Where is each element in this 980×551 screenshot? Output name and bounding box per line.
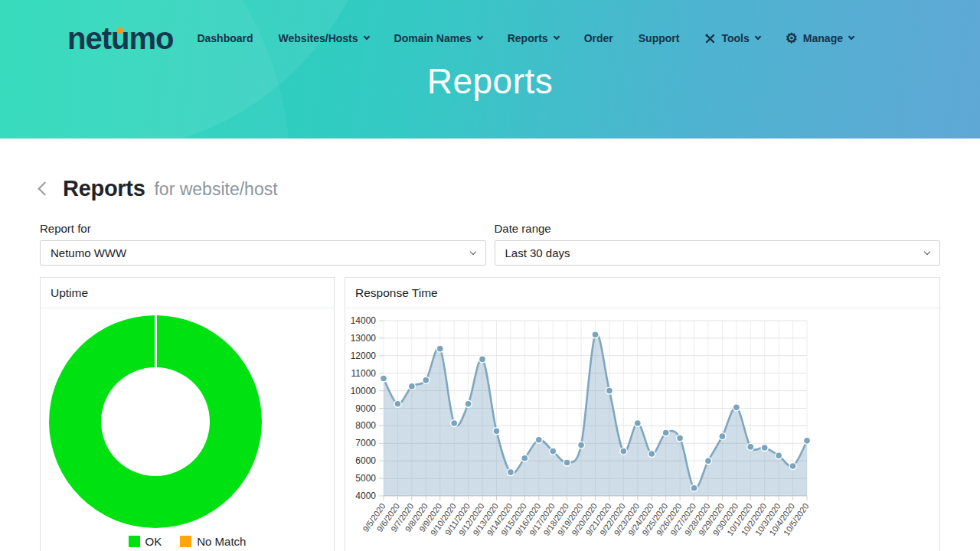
- chevron-down-icon: [476, 34, 482, 40]
- donut-segment-divider: [155, 315, 157, 369]
- response-time-chart-area: 4000500060007000800090001000011000120001…: [345, 308, 939, 551]
- date-range-label: Date range: [495, 222, 941, 235]
- tools-icon: [704, 33, 716, 44]
- gear-icon: ⚙: [786, 31, 798, 45]
- chevron-down-icon: [754, 34, 760, 40]
- svg-text:6000: 6000: [355, 455, 376, 466]
- page-subtitle: for website/host: [154, 179, 277, 200]
- svg-text:11000: 11000: [351, 368, 377, 379]
- nav-manage[interactable]: ⚙ Manage: [786, 31, 854, 45]
- breadcrumb: Reports for website/host: [40, 176, 940, 201]
- nav-tools[interactable]: Tools: [704, 32, 760, 44]
- response-time-card: Response Time 40005000600070008000900010…: [345, 277, 940, 551]
- svg-text:8000: 8000: [355, 420, 376, 431]
- legend-item-ok[interactable]: OK: [129, 535, 162, 548]
- report-for-value: Netumo WWW: [51, 246, 126, 259]
- nav-dashboard[interactable]: Dashboard: [197, 32, 253, 44]
- main-content: Reports for website/host Report for Netu…: [0, 176, 980, 551]
- response-time-card-title: Response Time: [345, 278, 939, 308]
- uptime-card-title: Uptime: [41, 278, 334, 308]
- date-range-value: Last 30 days: [505, 246, 570, 259]
- uptime-card: Uptime OK No Match: [40, 277, 335, 551]
- legend-label-no-match: No Match: [197, 535, 246, 548]
- chevron-down-icon: [363, 34, 369, 40]
- svg-text:7000: 7000: [355, 438, 376, 448]
- legend-item-no-match[interactable]: No Match: [180, 535, 246, 548]
- svg-text:5000: 5000: [355, 473, 376, 484]
- nav-websites-hosts[interactable]: Websites/Hosts: [279, 32, 369, 44]
- nav-support[interactable]: Support: [639, 32, 680, 44]
- nav-reports[interactable]: Reports: [508, 32, 559, 44]
- svg-text:14000: 14000: [351, 315, 377, 326]
- filters-row: Report for Netumo WWW Date range Last 30…: [40, 222, 940, 266]
- svg-text:10000: 10000: [351, 386, 377, 396]
- response-time-chart: 4000500060007000800090001000011000120001…: [345, 308, 939, 551]
- app-header: netumo Dashboard Websites/Hosts Domain N…: [0, 0, 980, 139]
- svg-text:9000: 9000: [355, 403, 376, 414]
- page-title: Reports: [63, 176, 145, 201]
- page-hero-title: Reports: [0, 60, 980, 102]
- date-range-select[interactable]: Last 30 days: [495, 240, 941, 266]
- svg-text:13000: 13000: [351, 333, 377, 344]
- svg-text:4000: 4000: [355, 491, 376, 501]
- report-for-label: Report for: [40, 222, 486, 235]
- chevron-down-icon: [553, 34, 559, 40]
- legend-swatch-no-match: [180, 536, 191, 547]
- chevron-down-icon: [924, 248, 930, 254]
- uptime-legend: OK No Match: [41, 535, 334, 548]
- uptime-donut-chart: [49, 315, 262, 528]
- nav-domain-names[interactable]: Domain Names: [394, 32, 482, 44]
- legend-swatch-ok: [129, 536, 140, 547]
- main-nav: Dashboard Websites/Hosts Domain Names Re…: [197, 31, 854, 45]
- cards-row: Uptime OK No Match Response: [40, 277, 940, 551]
- chevron-left-icon[interactable]: [38, 181, 51, 195]
- nav-order[interactable]: Order: [584, 32, 613, 44]
- report-for-select[interactable]: Netumo WWW: [40, 240, 486, 266]
- svg-text:12000: 12000: [351, 350, 377, 361]
- netumo-logo[interactable]: netumo: [67, 23, 173, 54]
- chevron-down-icon: [469, 248, 475, 254]
- legend-label-ok: OK: [145, 535, 162, 548]
- chevron-down-icon: [848, 34, 854, 40]
- uptime-chart-area: OK No Match: [41, 308, 334, 548]
